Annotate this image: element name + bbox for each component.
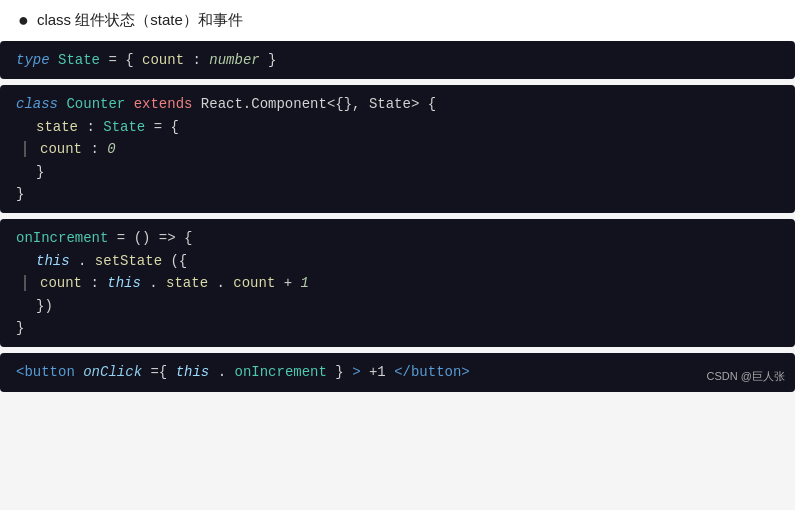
keyword-this: this xyxy=(36,253,70,269)
code-line-fn-decl: onIncrement = () => { xyxy=(16,227,779,249)
tag-end: </button> xyxy=(394,364,470,380)
keyword-this2: this xyxy=(107,275,141,291)
eq-sign: ={ xyxy=(150,364,167,380)
fn-name: onIncrement xyxy=(16,230,108,246)
code-line-button: <button onClick ={ this . onIncrement } … xyxy=(16,361,779,383)
keyword-class: class xyxy=(16,96,58,112)
close-obj: } xyxy=(36,164,44,180)
close-brace2: } xyxy=(335,364,343,380)
tag-close-open: > xyxy=(352,364,360,380)
code-block-type-state: type State = { count : number } xyxy=(0,41,795,79)
code-line-close-class: } xyxy=(16,183,779,205)
fn-assign: = () => { xyxy=(117,230,193,246)
code-line-close-obj: } xyxy=(16,161,779,183)
type-name: State xyxy=(58,52,108,68)
code-line-close-setstate: }) xyxy=(16,295,779,317)
colon-count2: : xyxy=(90,275,107,291)
val-one: 1 xyxy=(301,275,309,291)
method-setstate: setState xyxy=(95,253,162,269)
attr-onclick: onClick xyxy=(83,364,142,380)
type-ref-state: State xyxy=(103,119,145,135)
code-line-close-fn: } xyxy=(16,317,779,339)
keyword-type: type xyxy=(16,52,50,68)
close-fn: } xyxy=(16,320,24,336)
prop-state: state xyxy=(36,119,78,135)
react-component: React.Component<{}, State> { xyxy=(201,96,436,112)
dot4: . xyxy=(218,364,226,380)
prop-count3: count xyxy=(40,275,82,291)
bar-indent: count : 0 xyxy=(24,141,116,157)
prop-count4: count xyxy=(233,275,275,291)
code-line-count-inc: count : this . state . count + 1 xyxy=(16,272,779,294)
keyword-extends: extends xyxy=(134,96,193,112)
watermark: CSDN @巨人张 xyxy=(707,368,785,386)
close-class: } xyxy=(16,186,24,202)
dot1: . xyxy=(78,253,86,269)
button-content: +1 xyxy=(369,364,386,380)
code-line-class: class Counter extends React.Component<{}… xyxy=(16,93,779,115)
prop-state2: state xyxy=(166,275,208,291)
bar-indent2: count : this . state . count + 1 xyxy=(24,275,309,291)
dot2: . xyxy=(149,275,157,291)
colon-count: : xyxy=(90,141,107,157)
keyword-this3: this xyxy=(176,364,210,380)
code-line-setstate: this . setState ({ xyxy=(16,250,779,272)
intro-line: ● class 组件状态（state）和事件 xyxy=(0,0,795,41)
prop-count: count xyxy=(142,52,184,68)
setstate-open: ({ xyxy=(170,253,187,269)
code-block-button: <button onClick ={ this . onIncrement } … xyxy=(0,353,795,391)
intro-text: class 组件状态（state）和事件 xyxy=(37,11,243,30)
colon-state: : xyxy=(86,119,103,135)
code-line: type State = { count : number } xyxy=(16,49,779,71)
page-container: ● class 组件状态（state）和事件 type State = { co… xyxy=(0,0,795,510)
code-block-on-increment: onIncrement = () => { this . setState ({… xyxy=(0,219,795,347)
close-brace: } xyxy=(268,52,276,68)
fn-ref: onIncrement xyxy=(234,364,326,380)
bullet: ● xyxy=(18,10,29,31)
type-number: number xyxy=(209,52,259,68)
op-eq: = { xyxy=(108,52,142,68)
val-zero: 0 xyxy=(107,141,115,157)
prop-count2: count xyxy=(40,141,82,157)
code-line-state-decl: state : State = { xyxy=(16,116,779,138)
plus-op: + xyxy=(284,275,301,291)
dot3: . xyxy=(216,275,224,291)
close-setstate: }) xyxy=(36,298,53,314)
code-line-count-val: count : 0 xyxy=(16,138,779,160)
code-block-class-counter: class Counter extends React.Component<{}… xyxy=(0,85,795,213)
tag-open: <button xyxy=(16,364,83,380)
class-name: Counter xyxy=(66,96,133,112)
eq-state: = { xyxy=(154,119,179,135)
colon1: : xyxy=(192,52,209,68)
